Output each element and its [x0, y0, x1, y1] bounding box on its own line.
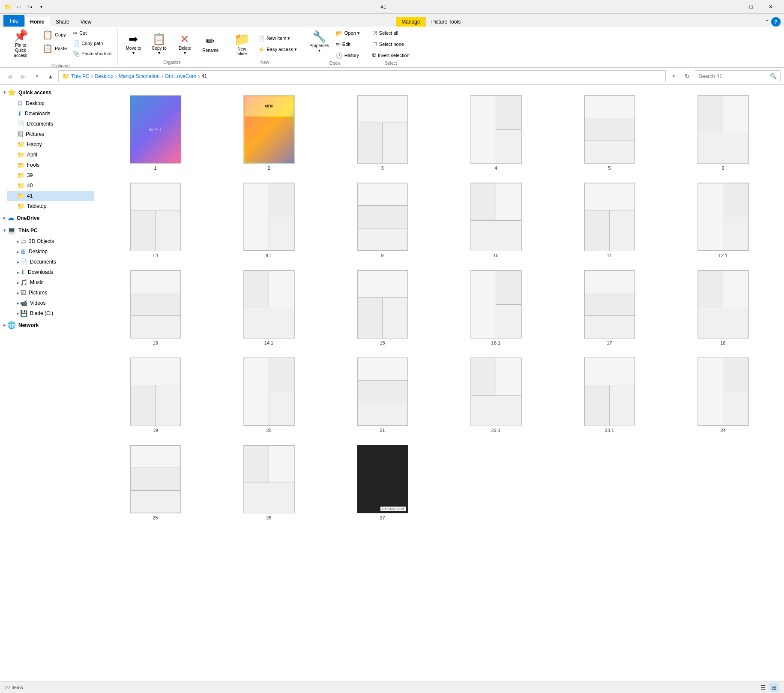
sidebar-this-pc-header[interactable]: ▾ 💻 This PC — [0, 225, 94, 236]
file-item[interactable]: 14.1 — [215, 267, 323, 349]
file-item[interactable]: 17 — [555, 267, 664, 349]
file-item[interactable]: 5 — [555, 92, 664, 174]
file-item[interactable]: 13 — [101, 267, 209, 349]
paste-shortcut-button[interactable]: 📎 Paste shortcut — [70, 49, 114, 58]
large-icons-view-button[interactable]: ⊞ — [769, 683, 779, 692]
tab-file[interactable]: File — [3, 15, 24, 27]
sidebar-item-videos[interactable]: ▸ 📹 Videos — [7, 298, 94, 308]
minimize-button[interactable]: ─ — [721, 0, 741, 14]
select-none-button[interactable]: ☐ Select none — [370, 39, 412, 49]
sidebar-item-desktop-pc[interactable]: ▸ 🖥 Desktop — [7, 246, 94, 257]
close-button[interactable]: ✕ — [761, 0, 781, 14]
sidebar-item-documents-pc[interactable]: ▸ 📄 Documents — [7, 257, 94, 267]
help-button[interactable]: ? — [771, 17, 781, 27]
file-item[interactable]: 10 — [442, 179, 550, 261]
breadcrumb-this-pc[interactable]: This PC — [71, 73, 90, 79]
edit-button[interactable]: ✏ Edit — [333, 39, 362, 49]
file-item[interactable]: 26 — [215, 441, 323, 524]
qat-folder-icon[interactable]: 📁 — [3, 3, 12, 11]
sidebar-item-41[interactable]: 📁 41 — [7, 191, 94, 201]
back-button[interactable]: ◀ — [3, 70, 15, 82]
file-item[interactable]: 20 — [215, 354, 323, 436]
tab-home[interactable]: Home — [24, 17, 50, 27]
sidebar-item-desktop[interactable]: 🖥 Desktop 📌 — [7, 98, 94, 108]
pin-to-quick-access-button[interactable]: 📌 Pin to Quickaccess — [7, 28, 34, 60]
sidebar-quick-access-header[interactable]: ▾ ⭐ Quick access — [0, 87, 94, 98]
qat-undo-icon[interactable]: ↩ — [15, 3, 23, 11]
sidebar-item-downloads[interactable]: ⬇ Downloads 📌 — [7, 108, 94, 119]
file-item[interactable]: 6月刊 2 — [215, 92, 323, 174]
open-button[interactable]: 📂 Open ▾ — [333, 28, 362, 38]
tab-view[interactable]: View — [75, 17, 97, 27]
sidebar-item-3d-objects[interactable]: ▸ 🗂 3D Objects — [7, 236, 94, 246]
file-item[interactable]: あがと！ 1 — [101, 92, 209, 174]
file-item[interactable]: 6 — [669, 92, 777, 174]
sidebar-item-happy[interactable]: 📁 Happy 📌 — [7, 139, 94, 150]
file-item[interactable]: 18 — [669, 267, 777, 349]
qat-redo-icon[interactable]: ↪ — [26, 3, 34, 11]
details-view-button[interactable]: ☰ — [758, 683, 768, 692]
move-to-button[interactable]: ➡ Move to▾ — [121, 31, 145, 57]
breadcrumb-41[interactable]: 41 — [201, 73, 207, 79]
sidebar-item-tabletop[interactable]: 📁 Tabletop — [7, 201, 94, 211]
file-item[interactable]: 24 — [669, 354, 777, 436]
file-item[interactable]: 4 — [442, 92, 550, 174]
file-item[interactable]: 19 — [101, 354, 209, 436]
breadcrumb-manga[interactable]: Manga Scanlation — [119, 73, 160, 79]
breadcrumb-oni[interactable]: Oni LoveCom — [165, 73, 196, 79]
search-input[interactable] — [699, 73, 768, 79]
sidebar-item-pictures[interactable]: 🖼 Pictures 📌 — [7, 129, 94, 139]
delete-button[interactable]: ✕ Delete▾ — [173, 31, 197, 57]
paste-button[interactable]: 📋 Paste — [40, 42, 69, 55]
file-item[interactable]: 9 — [328, 179, 437, 261]
file-item[interactable]: 23.1 — [555, 354, 664, 436]
file-item[interactable]: 16.1 — [442, 267, 550, 349]
sidebar-item-blade[interactable]: ▸ 💾 Blade (C:) — [7, 308, 94, 318]
sidebar-item-documents[interactable]: 📄 Documents 📌 — [7, 119, 94, 129]
copy-button[interactable]: 📋 Copy — [40, 28, 69, 41]
sidebar-item-pictures-pc[interactable]: ▸ 🖼 Pictures — [7, 288, 94, 298]
sidebar-item-april[interactable]: 📁 April 📌 — [7, 150, 94, 160]
file-item[interactable]: 7.1 — [101, 179, 209, 261]
file-item[interactable]: 22.1 — [442, 354, 550, 436]
file-item[interactable]: 12.1 — [669, 179, 777, 261]
sidebar-network-header[interactable]: ▸ 🌐 Network — [0, 319, 94, 331]
file-item[interactable]: 25 — [101, 441, 209, 524]
qat-dropdown-icon[interactable]: ▾ — [37, 3, 45, 11]
file-item[interactable]: 15 — [328, 267, 437, 349]
copy-path-button[interactable]: 📄 Copy path — [70, 39, 114, 48]
new-folder-button[interactable]: 📁 Newfolder — [230, 30, 254, 58]
breadcrumb-dropdown-button[interactable]: ▾ — [667, 70, 679, 82]
sidebar-item-downloads-pc[interactable]: ▸ ⬇ Downloads — [7, 267, 94, 277]
tab-manage[interactable]: Manage — [396, 17, 425, 27]
tab-picture-tools[interactable]: Picture Tools — [426, 17, 466, 27]
copy-to-button[interactable]: 📋 Copy to▾ — [147, 31, 171, 57]
sidebar-item-40[interactable]: 📁 40 — [7, 180, 94, 191]
refresh-button[interactable]: ↻ — [681, 70, 693, 82]
file-item[interactable]: 3 — [328, 92, 437, 174]
forward-button[interactable]: ▶ — [17, 70, 29, 82]
easy-access-button[interactable]: ⚡ Easy access ▾ — [255, 45, 299, 54]
sidebar-item-music[interactable]: ▸ 🎵 Music — [7, 277, 94, 288]
up-button[interactable]: ▲ — [45, 70, 57, 82]
tab-share[interactable]: Share — [50, 17, 75, 27]
file-item[interactable]: ONI LOVE COM 27 — [328, 441, 437, 524]
sidebar-item-39[interactable]: 📁 39 — [7, 170, 94, 180]
file-item[interactable]: 11 — [555, 179, 664, 261]
history-button[interactable]: 🕐 History — [333, 51, 362, 60]
breadcrumb[interactable]: 📁 This PC › Desktop › Manga Scanlation ›… — [58, 70, 666, 82]
breadcrumb-desktop[interactable]: Desktop — [95, 73, 114, 79]
cut-button[interactable]: ✂ Cut — [70, 28, 114, 38]
ribbon-collapse-button[interactable]: ⌃ — [765, 19, 769, 25]
select-all-button[interactable]: ☑ Select all — [370, 28, 412, 38]
rename-button[interactable]: ✏ Rename — [198, 33, 222, 54]
invert-selection-button[interactable]: ⧉ Invert selection — [370, 51, 412, 60]
dropdown-recent-button[interactable]: ▾ — [31, 70, 43, 82]
sidebar-onedrive-header[interactable]: ▸ ☁ OneDrive — [0, 212, 94, 224]
sidebar-item-fools[interactable]: 📁 Fools 📌 — [7, 160, 94, 170]
file-item[interactable]: 8.1 — [215, 179, 323, 261]
file-item[interactable]: 21 — [328, 354, 437, 436]
new-item-button[interactable]: 📄 New item ▾ — [255, 33, 299, 43]
properties-button[interactable]: 🔧 Properties▾ — [307, 28, 332, 54]
maximize-button[interactable]: □ — [741, 0, 761, 14]
